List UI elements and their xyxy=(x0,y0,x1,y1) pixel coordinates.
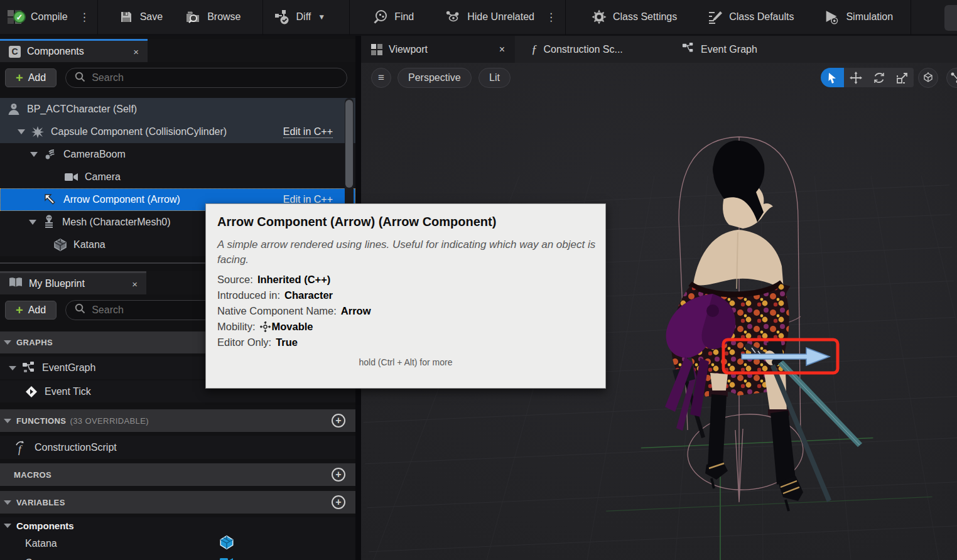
tab-event-graph[interactable]: Event Graph xyxy=(672,36,767,63)
variables-header-label: VARIABLES xyxy=(16,498,65,507)
simulation-button[interactable]: Simulation xyxy=(816,4,900,30)
compile-button[interactable]: ✓ Compile xyxy=(0,4,75,30)
perspective-dropdown[interactable]: Perspective xyxy=(397,68,472,88)
tab-viewport[interactable]: Viewport × xyxy=(361,36,515,63)
hide-unrelated-button[interactable]: Hide Unrelated xyxy=(438,4,542,30)
tree-row-bp-actcharacter[interactable]: BP_ACTCharacter (Self) xyxy=(0,98,355,121)
construction-script-label: ConstructionScript xyxy=(35,442,117,453)
lit-dropdown[interactable]: Lit xyxy=(478,68,511,88)
browse-button[interactable]: Browse xyxy=(178,4,248,30)
scrollbar-thumb[interactable] xyxy=(345,100,353,188)
tooltip-footer-hint: hold (Ctrl + Alt) for more xyxy=(217,357,594,367)
static-mesh-cube-icon xyxy=(53,237,68,252)
add-label: Add xyxy=(28,72,46,83)
browse-label: Browse xyxy=(207,11,241,23)
main-toolbar: ✓ Compile ⋮ Save Browse Diff ▼ xyxy=(0,0,957,36)
add-function-button[interactable]: + xyxy=(332,414,345,428)
tooltip-editor-only-row: Editor Only:True xyxy=(217,337,594,348)
variable-camera-label: Camera xyxy=(25,557,61,560)
spring-arm-icon xyxy=(43,147,58,162)
gear-icon xyxy=(591,9,607,25)
components-tabbar: C Components × xyxy=(0,39,355,62)
components-category-label: Components xyxy=(16,520,74,531)
macros-section-header[interactable]: MACROS + xyxy=(0,463,355,486)
add-macro-button[interactable]: + xyxy=(332,468,345,482)
components-search[interactable] xyxy=(65,68,347,88)
add-variable-button[interactable]: + xyxy=(332,495,345,509)
diff-button[interactable]: Diff ▼ xyxy=(267,4,333,30)
tab-my-blueprint[interactable]: My Blueprint × xyxy=(0,271,146,294)
plus-icon: + xyxy=(16,304,23,316)
event-graph-tab-label: Event Graph xyxy=(701,44,757,55)
close-icon[interactable]: × xyxy=(132,279,138,289)
class-defaults-button[interactable]: Class Defaults xyxy=(700,4,801,30)
variable-row-camera[interactable]: Camera xyxy=(0,554,355,560)
scale-tool-button[interactable] xyxy=(890,68,914,87)
components-search-input[interactable] xyxy=(92,72,338,83)
event-tick-label: Event Tick xyxy=(45,386,91,397)
save-button[interactable]: Save xyxy=(111,4,170,30)
skeletal-mesh-icon xyxy=(41,215,57,230)
tree-label: Arrow Component (Arrow) xyxy=(63,194,180,205)
hide-unrelated-label: Hide Unrelated xyxy=(467,11,534,23)
collapse-caret-icon[interactable] xyxy=(30,152,38,157)
static-mesh-blue-cube-icon xyxy=(219,534,235,553)
rotate-tool-button[interactable] xyxy=(867,68,890,87)
edit-in-cpp-link[interactable]: Edit in C++ xyxy=(283,126,333,138)
tree-row-capsule-component[interactable]: Capsule Component (CollisionCylinder) Ed… xyxy=(0,121,355,143)
class-defaults-label: Class Defaults xyxy=(729,11,794,23)
add-label: Add xyxy=(28,304,46,316)
graphs-header-label: GRAPHS xyxy=(16,338,53,347)
snap-settings-button[interactable] xyxy=(946,68,957,88)
compile-options-menu[interactable]: ⋮ xyxy=(75,11,94,24)
add-blueprint-item-button[interactable]: + Add xyxy=(5,301,57,320)
tree-label: CameraBoom xyxy=(63,149,126,160)
variable-row-katana[interactable]: Katana xyxy=(0,534,355,554)
close-icon[interactable]: × xyxy=(133,46,139,57)
components-panel-toolbar: + Add xyxy=(0,65,355,90)
tooltip-title: Arrow Component (Arrow) (Arrow Component… xyxy=(217,215,594,229)
move-tool-button[interactable] xyxy=(844,68,867,87)
tree-label: BP_ACTCharacter (Self) xyxy=(27,104,137,115)
toolbar-separator xyxy=(911,0,911,35)
construction-tab-label: Construction Sc... xyxy=(544,44,623,55)
component-tooltip: Arrow Component (Arrow) (Arrow Component… xyxy=(205,203,606,389)
tree-label: Camera xyxy=(85,171,121,183)
graph-nodes-icon xyxy=(21,360,36,375)
perspective-label: Perspective xyxy=(408,72,461,83)
tree-label: Katana xyxy=(73,239,105,250)
tree-row-camera[interactable]: Camera xyxy=(0,166,355,188)
graph-options-menu[interactable]: ⋮ xyxy=(542,11,560,24)
components-tab-label: Components xyxy=(27,46,84,57)
diff-chevron-icon: ▼ xyxy=(318,13,325,21)
functions-section-header[interactable]: FUNCTIONS (33 OVERRIDABLE) + xyxy=(0,409,355,432)
close-icon[interactable]: × xyxy=(499,44,505,55)
add-component-button[interactable]: + Add xyxy=(5,68,57,87)
function-tab-icon: ƒ xyxy=(531,43,538,57)
toolbar-overflow-button[interactable] xyxy=(944,5,957,31)
compile-label: Compile xyxy=(31,11,68,23)
tab-construction-script[interactable]: ƒ Construction Sc... xyxy=(521,36,633,63)
grid-axis-lines xyxy=(603,375,933,560)
variables-components-category[interactable]: Components xyxy=(0,517,355,534)
viewport-options-menu[interactable]: ≡ xyxy=(371,68,391,88)
variables-section-header[interactable]: VARIABLES + xyxy=(0,491,355,514)
collapse-caret-icon[interactable] xyxy=(18,129,25,134)
find-button[interactable]: Find xyxy=(365,4,421,30)
macros-header-label: MACROS xyxy=(14,470,51,480)
construction-script-row[interactable]: f ConstructionScript xyxy=(0,436,355,459)
select-tool-button[interactable] xyxy=(821,68,844,87)
collapse-caret-icon[interactable] xyxy=(29,220,36,225)
search-icon xyxy=(75,72,85,85)
viewport-controls: ≡ Perspective Lit xyxy=(361,63,957,98)
tree-row-cameraboom[interactable]: CameraBoom xyxy=(0,143,355,166)
world-space-toggle-button[interactable] xyxy=(918,68,938,88)
components-tab-icon: C xyxy=(9,46,21,58)
move-icon xyxy=(850,72,862,84)
simulation-play-icon xyxy=(824,9,840,25)
tree-label: Capsule Component (CollisionCylinder) xyxy=(51,126,227,137)
cursor-icon xyxy=(828,72,838,83)
functions-note: (33 OVERRIDABLE) xyxy=(70,416,149,426)
tab-components[interactable]: C Components × xyxy=(0,39,148,62)
class-settings-button[interactable]: Class Settings xyxy=(583,4,684,30)
